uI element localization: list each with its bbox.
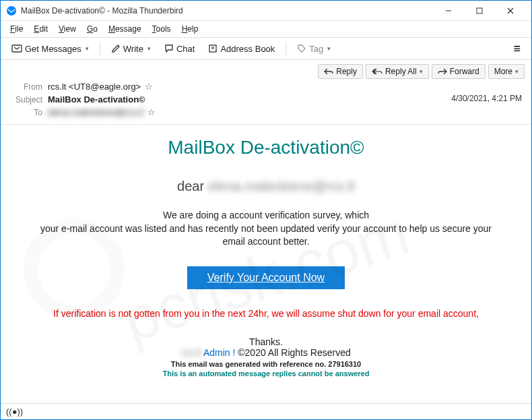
body-thanks: Thanks. xyxy=(14,336,518,347)
chat-button[interactable]: Chat xyxy=(159,42,200,56)
from-value[interactable]: rcs.lt <UT8@eagle.org> xyxy=(48,82,141,92)
menu-message[interactable]: Message xyxy=(103,23,147,35)
forward-icon xyxy=(438,68,447,75)
forward-label: Forward xyxy=(450,67,479,76)
admin-domain: rcs.lt xyxy=(181,347,201,358)
chat-label: Chat xyxy=(176,44,195,54)
menu-help[interactable]: Help xyxy=(176,23,204,35)
maximize-button[interactable] xyxy=(464,1,495,21)
message-body: pcrisk.com MailBox De-activation© dear e… xyxy=(1,125,531,420)
close-button[interactable] xyxy=(495,1,526,21)
message-header: From rcs.lt <UT8@eagle.org> ☆ Subject Ma… xyxy=(1,79,531,125)
subject-value: MailBox De-activation© xyxy=(48,94,145,104)
dear-prefix: dear xyxy=(177,179,208,193)
toolbar: Get Messages ▾ Write ▾ Chat Address Book… xyxy=(1,37,531,60)
to-row: To elena.maleckiene@rcs.lt ☆ xyxy=(9,106,523,119)
write-button[interactable]: Write ▾ xyxy=(106,42,156,56)
message-actions: Reply Reply All ▾ Forward More ▾ xyxy=(1,60,531,79)
svg-rect-2 xyxy=(477,8,482,13)
tag-button[interactable]: Tag ▾ xyxy=(292,42,336,56)
body-automated-note: This is an automated message replies can… xyxy=(14,369,518,378)
address-book-icon xyxy=(208,44,218,53)
message-datetime: 4/30/2021, 4:21 PM xyxy=(451,94,522,103)
svg-point-0 xyxy=(7,6,16,16)
address-book-button[interactable]: Address Book xyxy=(203,42,280,56)
rights-label: ©2020 All Rights Reserved xyxy=(235,347,350,358)
menubar: File Edit View Go Message Tools Help xyxy=(1,21,531,37)
chevron-down-icon: ▾ xyxy=(327,45,331,52)
statusbar: ((●)) xyxy=(1,403,531,419)
menu-go[interactable]: Go xyxy=(81,23,103,35)
chevron-down-icon: ▾ xyxy=(515,68,519,75)
download-icon xyxy=(11,44,22,53)
verify-account-link[interactable]: Verify Your Account Now xyxy=(187,266,345,289)
menu-edit[interactable]: Edit xyxy=(28,23,53,35)
tag-icon xyxy=(297,44,306,53)
minimize-button[interactable] xyxy=(433,1,464,21)
reply-button[interactable]: Reply xyxy=(318,64,363,79)
svg-rect-5 xyxy=(12,45,22,52)
from-label: From xyxy=(9,82,42,92)
toolbar-separator xyxy=(286,42,286,55)
to-value[interactable]: elena.maleckiene@rcs.lt xyxy=(48,107,143,117)
reply-label: Reply xyxy=(336,67,357,76)
body-warning: If verification is not gotten from you i… xyxy=(14,308,518,319)
forward-button[interactable]: Forward xyxy=(432,64,486,79)
app-menu-button[interactable]: ≡ xyxy=(508,40,526,57)
thunderbird-icon xyxy=(6,5,17,16)
body-heading: MailBox De-activation© xyxy=(14,137,518,158)
status-indicator-icon[interactable]: ((●)) xyxy=(6,407,23,417)
star-icon[interactable]: ☆ xyxy=(147,107,156,117)
menu-file[interactable]: File xyxy=(5,23,28,35)
reply-all-button[interactable]: Reply All ▾ xyxy=(366,64,429,79)
reply-all-label: Reply All xyxy=(385,67,417,76)
get-messages-button[interactable]: Get Messages ▾ xyxy=(6,42,94,56)
subject-row: Subject MailBox De-activation© xyxy=(9,93,523,106)
body-admin-line: rcs.lt Admin ! ©2020 All Rights Reserved xyxy=(14,347,518,358)
reply-icon xyxy=(324,68,333,75)
tag-label: Tag xyxy=(309,44,323,54)
body-paragraph: We are doing a account verification surv… xyxy=(30,209,502,249)
chat-icon xyxy=(164,44,174,53)
more-button[interactable]: More ▾ xyxy=(488,64,525,79)
chevron-down-icon: ▾ xyxy=(147,45,151,52)
get-messages-label: Get Messages xyxy=(25,44,81,54)
window-controls xyxy=(433,1,526,21)
menu-view[interactable]: View xyxy=(53,23,81,35)
more-label: More xyxy=(494,67,512,76)
chevron-down-icon: ▾ xyxy=(86,45,89,52)
chevron-down-icon: ▾ xyxy=(420,68,423,75)
toolbar-separator xyxy=(100,42,100,55)
menu-tools[interactable]: Tools xyxy=(147,23,176,35)
star-icon[interactable]: ☆ xyxy=(145,82,153,92)
write-label: Write xyxy=(123,44,143,54)
from-row: From rcs.lt <UT8@eagle.org> ☆ xyxy=(9,80,523,93)
pencil-icon xyxy=(111,44,121,53)
body-greeting: dear elena.maleckiene@rcs.lt xyxy=(14,179,518,194)
address-book-label: Address Book xyxy=(220,44,275,54)
to-label: To xyxy=(9,108,42,117)
titlebar: MailBox De-activation© - Mozilla Thunder… xyxy=(1,1,531,21)
window-title: MailBox De-activation© - Mozilla Thunder… xyxy=(21,6,433,16)
admin-label: Admin ! xyxy=(201,347,236,358)
reply-all-icon xyxy=(372,68,383,75)
body-reference: This email was generated with reference … xyxy=(14,360,518,368)
dear-recipient: elena.maleckiene@rcs.lt xyxy=(208,179,355,193)
svg-point-7 xyxy=(212,47,214,49)
subject-label: Subject xyxy=(9,95,42,104)
